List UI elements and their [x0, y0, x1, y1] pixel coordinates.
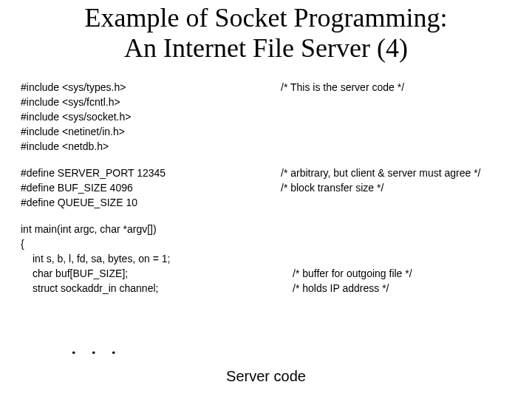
slide-title: Example of Socket Programming: An Intern…: [0, 0, 532, 64]
blank-line: [21, 210, 511, 222]
slide: Example of Socket Programming: An Intern…: [0, 0, 532, 399]
code-left: #include <netdb.h>: [21, 139, 281, 154]
code-line: #include <netdb.h>: [21, 139, 511, 154]
blank-line: [21, 154, 511, 166]
code-left: #define SERVER_PORT 12345: [21, 166, 281, 180]
ellipsis: . . .: [71, 334, 121, 359]
code-line: #include <sys/fcntl.h>: [21, 95, 511, 109]
code-left: #include <sys/fcntl.h>: [21, 95, 281, 109]
code-left: int s, b, l, fd, sa, bytes, on = 1;: [21, 251, 293, 266]
code-line: #include <netinet/in.h>: [21, 124, 511, 139]
code-line: {: [21, 236, 511, 251]
code-left: #define BUF_SIZE 4096: [21, 180, 281, 195]
code-line: struct sockaddr_in channel; /* holds IP …: [21, 281, 511, 296]
code-comment: /* buffer for outgoing file */: [293, 266, 511, 281]
code-line: #define QUEUE_SIZE 10: [21, 195, 511, 210]
code-line: #include <sys/types.h> /* This is the se…: [21, 80, 511, 95]
code-left: #include <sys/types.h>: [21, 80, 281, 95]
code-line: #include <sys/socket.h>: [21, 109, 511, 124]
code-left: #include <sys/socket.h>: [21, 109, 281, 124]
code-left: struct sockaddr_in channel;: [21, 281, 293, 296]
code-comment: /* block transfer size */: [281, 180, 511, 195]
caption: Server code: [0, 368, 532, 385]
title-line-2: An Internet File Server (4): [124, 33, 408, 63]
code-comment: /* arbitrary, but client & server must a…: [281, 166, 511, 180]
code-comment: /* holds IP address */: [293, 281, 511, 296]
title-line-1: Example of Socket Programming:: [85, 3, 448, 33]
code-line: char buf[BUF_SIZE]; /* buffer for outgoi…: [21, 266, 511, 281]
code-line: int main(int argc, char *argv[]): [21, 222, 511, 236]
code-line: #define SERVER_PORT 12345 /* arbitrary, …: [21, 166, 511, 180]
code-comment: /* This is the server code */: [281, 80, 511, 95]
code-left: #define QUEUE_SIZE 10: [21, 195, 281, 210]
code-left: #include <netinet/in.h>: [21, 124, 281, 139]
code-left: {: [21, 236, 281, 251]
code-line: int s, b, l, fd, sa, bytes, on = 1;: [21, 251, 511, 266]
code-left: char buf[BUF_SIZE];: [21, 266, 293, 281]
code-left: int main(int argc, char *argv[]): [21, 222, 281, 236]
code-line: #define BUF_SIZE 4096 /* block transfer …: [21, 180, 511, 195]
code-block: #include <sys/types.h> /* This is the se…: [21, 80, 511, 296]
